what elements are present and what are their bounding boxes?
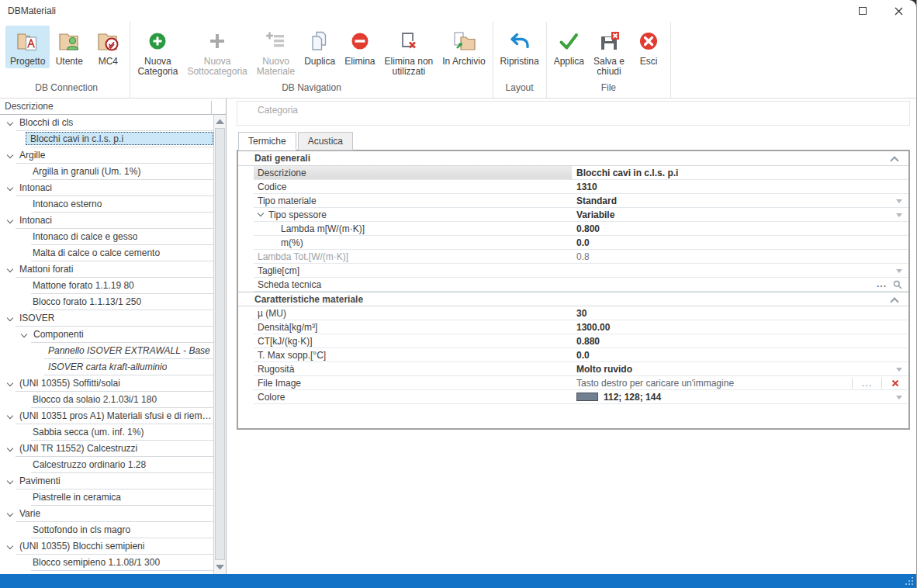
property-value-editor[interactable]: Blocchi cavi in c.l.s. p.i (572, 166, 908, 179)
ellipsis-button[interactable]: ... (862, 380, 872, 386)
chevron-down-icon[interactable] (7, 510, 13, 517)
elimina-button[interactable]: Elimina (340, 26, 379, 68)
chevron-down-icon[interactable] (7, 266, 13, 272)
tree-item[interactable]: ISOVER (0, 310, 226, 327)
tree-item[interactable]: Blocchi cavi in c.l.s. p.i (0, 131, 226, 147)
property-row[interactable]: RugositàMolto ruvido (254, 362, 908, 376)
property-row[interactable]: Tipo materialeStandard (254, 194, 908, 208)
clear-image-icon[interactable] (891, 379, 899, 387)
tree-item[interactable]: Varie (0, 506, 226, 522)
tree-item[interactable]: Blocco da solaio 2.1.03i/1 180 (0, 392, 226, 408)
tree-item[interactable]: Componenti (0, 327, 226, 343)
dropdown-arrow-icon[interactable] (896, 368, 902, 372)
property-row[interactable]: T. Max sopp.[°C]0.0 (254, 348, 908, 362)
chevron-down-icon[interactable] (7, 445, 13, 451)
chevron-down-icon[interactable] (7, 543, 13, 549)
property-value-editor[interactable]: 0.800 (572, 222, 908, 235)
property-row[interactable]: µ (MU)30 (254, 306, 908, 320)
tree-item[interactable]: Mattoni forati (0, 261, 226, 278)
tree-column-header[interactable]: Descrizione (0, 99, 226, 115)
property-value-editor[interactable]: 0.8 (572, 250, 908, 263)
property-row[interactable]: Densità[kg/m³]1300.00 (254, 320, 908, 334)
collapse-chevron-icon[interactable] (890, 156, 898, 164)
expand-chevron-icon[interactable] (258, 210, 264, 216)
tree-item[interactable]: Piastrelle in ceramica (0, 489, 226, 506)
dropdown-arrow-icon[interactable] (896, 396, 902, 399)
tree-item[interactable]: (UNI 10351 pros A1) Materiali sfusi e di… (0, 408, 226, 424)
property-value-editor[interactable]: ... (572, 278, 908, 291)
duplica-button[interactable]: Duplica (299, 26, 340, 68)
nuovo-materiale-button[interactable]: Nuovo Materiale (252, 26, 299, 78)
maximize-button[interactable] (845, 0, 881, 22)
tree-item[interactable]: Mattone forato 1.1.19 80 (0, 278, 226, 294)
scroll-down-icon[interactable] (216, 565, 224, 569)
salva-e-chiudi-button[interactable]: Salva e chiudi (589, 26, 629, 78)
in-archivio-button[interactable]: In Archivio (438, 26, 490, 68)
tree-item[interactable]: ISOVER carta kraft-alluminio (0, 359, 226, 375)
dropdown-arrow-icon[interactable] (896, 213, 902, 217)
property-value-editor[interactable]: 0.0 (572, 236, 908, 249)
chevron-down-icon[interactable] (7, 185, 13, 191)
group-header[interactable]: Caratteristiche materiale (238, 292, 908, 306)
property-row[interactable]: Tipo spessoreVariabile (254, 208, 908, 222)
ripristina-button[interactable]: Ripristina (496, 26, 544, 68)
mc4-button[interactable]: MC4 (88, 26, 127, 68)
property-row[interactable]: Lambda Tot.[W/(m·K)]0.8 (254, 250, 908, 264)
tree-item[interactable]: Blocco forato 1.1.13/1 250 (0, 294, 226, 310)
property-value-editor[interactable]: Tasto destro per caricare un'immagine... (572, 376, 908, 389)
tree-item[interactable]: Pannello ISOVER EXTRAWALL - Base (0, 343, 226, 359)
tree-item[interactable]: Intonaci (0, 180, 226, 196)
tree-scrollbar[interactable] (213, 115, 226, 574)
tree-item[interactable]: Pavimenti (0, 473, 226, 489)
tree-item[interactable]: Blocco semipieno 1.1.08/1 300 (0, 555, 226, 571)
column-divider[interactable] (211, 101, 212, 114)
group-header[interactable]: Dati generali (238, 151, 908, 166)
collapse-chevron-icon[interactable] (890, 297, 898, 306)
resize-grip[interactable] (905, 577, 914, 586)
ellipsis-button[interactable]: ... (877, 278, 887, 289)
property-row[interactable]: CT[kJ/(kg·K)]0.880 (254, 334, 908, 348)
scroll-up-icon[interactable] (216, 119, 224, 124)
tree-item[interactable]: Malta di calce o calce cemento (0, 245, 226, 261)
property-value-editor[interactable]: 0.880 (572, 334, 908, 348)
property-value-editor[interactable]: 30 (572, 306, 908, 320)
property-value-editor[interactable]: 1300.00 (572, 320, 908, 334)
chevron-down-icon[interactable] (7, 478, 13, 484)
nuova-sottocategoria-button[interactable]: Nuova Sottocategoria (182, 26, 251, 78)
tree-item[interactable]: Intonaco di calce e gesso (0, 229, 226, 245)
property-row[interactable]: Codice1310 (254, 180, 908, 194)
elimina-non-utilizzati-button[interactable]: Elimina non utilizzati (380, 26, 438, 78)
tree-item[interactable]: Argilla in granuli (Um. 1%) (0, 164, 226, 180)
tree-item[interactable]: Intonaco esterno (0, 196, 226, 213)
property-row[interactable]: Scheda tecnica... (254, 278, 908, 292)
chevron-down-icon[interactable] (7, 119, 13, 126)
nuova-categoria-button[interactable]: Nuova Categoria (133, 26, 182, 78)
tree-item[interactable]: Argille (0, 147, 226, 164)
applica-button[interactable]: Applica (549, 26, 589, 68)
property-row[interactable]: m(%)0.0 (254, 236, 908, 250)
close-button[interactable] (881, 0, 916, 22)
property-row[interactable]: DescrizioneBlocchi cavi in c.l.s. p.i (254, 166, 908, 180)
property-value-editor[interactable]: Variabile (572, 208, 908, 221)
tab-acustica[interactable]: Acustica (298, 132, 353, 150)
property-value-editor[interactable]: 1310 (572, 180, 908, 193)
tree-item[interactable]: (UNI 10355) Blocchi semipieni (0, 538, 226, 555)
tree-item[interactable]: Sabbia secca (um. inf. 1%) (0, 424, 226, 441)
chevron-down-icon[interactable] (7, 380, 13, 386)
tree-item[interactable]: (UNI 10355) Soffitti/solai (0, 375, 226, 392)
property-value-editor[interactable] (572, 264, 908, 277)
tab-termiche[interactable]: Termiche (238, 132, 296, 150)
property-value-editor[interactable]: 0.0 (572, 348, 908, 361)
chevron-down-icon[interactable] (7, 152, 13, 158)
property-row[interactable]: Colore112; 128; 144 (254, 390, 908, 404)
tree-item[interactable]: Calcestruzzo ordinario 1.28 (0, 457, 226, 473)
tree-item[interactable]: Blocchi di cls (0, 115, 226, 131)
scrollbar-thumb[interactable] (215, 128, 225, 560)
tree-item[interactable]: Sottofondo in cls magro (0, 522, 226, 538)
chevron-down-icon[interactable] (7, 413, 13, 419)
property-value-editor[interactable]: Molto ruvido (572, 362, 908, 375)
chevron-down-icon[interactable] (7, 217, 13, 223)
esci-button[interactable]: Esci (629, 26, 668, 68)
utente-button[interactable]: Utente (50, 26, 88, 68)
property-row[interactable]: Lambda m[W/(m·K)]0.800 (254, 222, 908, 236)
